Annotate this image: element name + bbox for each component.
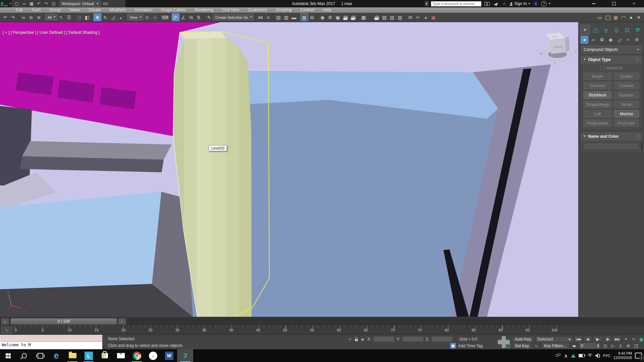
object-type-button[interactable]: Loft: [584, 110, 611, 117]
redo-small-icon[interactable]: ↷: [43, 1, 50, 7]
material-editor-icon[interactable]: ◉: [319, 13, 326, 21]
category-geometry[interactable]: ●: [581, 36, 588, 44]
category-systems[interactable]: ⚙: [633, 36, 641, 44]
category-cameras[interactable]: ◉: [607, 36, 614, 44]
tab-create[interactable]: +: [580, 25, 590, 35]
start-button[interactable]: [0, 349, 16, 362]
taskbar-file-explorer[interactable]: [64, 349, 80, 362]
viewport-label[interactable]: [ + ] [ Perspective ] [ User Defined ] […: [3, 30, 99, 35]
perspective-viewport[interactable]: TOP FRONT W E S y x [ + ] [ Perspective …: [0, 22, 578, 317]
volume-icon[interactable]: [595, 354, 600, 358]
shaded-sphere-icon[interactable]: ◕: [422, 13, 430, 21]
redo-icon[interactable]: ↷: [9, 13, 17, 21]
prev-frame-button[interactable]: ◀||: [584, 336, 592, 343]
state-recorder-icon[interactable]: ▣: [430, 13, 437, 21]
key-mode-toggle-icon[interactable]: ◀▶: [571, 343, 578, 349]
open-file-icon[interactable]: ▱: [21, 1, 28, 7]
select-object-icon[interactable]: ↖: [57, 13, 65, 21]
object-type-button[interactable]: Boolean: [614, 92, 639, 99]
schematic-view-icon[interactable]: ⊞: [308, 13, 316, 21]
unlink-selection-icon[interactable]: ⊘: [27, 13, 35, 21]
use-pivot-point-icon[interactable]: ⊙: [143, 13, 151, 21]
save-file-icon[interactable]: ▦: [28, 1, 35, 7]
a360-gallery-icon[interactable]: ▩: [360, 13, 368, 21]
x-coordinate-field[interactable]: [373, 336, 394, 342]
spinner-snap-icon[interactable]: ⇅: [195, 13, 203, 21]
object-type-button[interactable]: ProCutter: [614, 120, 639, 127]
zoom-icon[interactable]: ⌖: [623, 336, 630, 343]
render-setup-icon[interactable]: ⚙: [326, 13, 334, 21]
action-center-icon[interactable]: 2: [635, 353, 642, 359]
battery-icon[interactable]: [579, 354, 585, 357]
mirror-icon[interactable]: ⋈: [257, 13, 264, 21]
render-production-icon[interactable]: ☕: [342, 13, 350, 21]
tab-modify[interactable]: ◳: [590, 25, 600, 35]
select-by-name-icon[interactable]: ☰: [65, 13, 73, 21]
workspace-dropdown[interactable]: Workspace: Default: [60, 1, 101, 7]
taskbar-3dsmax[interactable]: 3: [177, 349, 193, 362]
y-coordinate-field[interactable]: [402, 336, 424, 342]
menu-item[interactable]: Help: [319, 7, 336, 13]
menu-item[interactable]: Customize: [244, 7, 272, 13]
current-frame-spinner[interactable]: 0: [579, 343, 600, 349]
select-and-link-icon[interactable]: ∞: [19, 13, 27, 21]
object-color-swatch[interactable]: [641, 142, 642, 150]
menu-item[interactable]: Scripting: [272, 7, 296, 13]
autodesk-exchange-icon[interactable]: X: [532, 1, 539, 7]
layer-manager-icon[interactable]: ▤: [275, 13, 282, 21]
walk-through-icon[interactable]: λ: [617, 343, 624, 349]
z-coordinate-field[interactable]: [431, 336, 453, 342]
app-menu-button[interactable]: 3 MAX: [0, 0, 11, 7]
goto-end-button[interactable]: ▶▶|: [613, 336, 621, 343]
search-expand-button[interactable]: [425, 1, 429, 6]
taskbar-store[interactable]: [97, 349, 113, 362]
taskbar-l-app[interactable]: L: [80, 349, 97, 362]
object-type-button[interactable]: ShapeMerge: [584, 101, 611, 108]
window-crossing-icon[interactable]: ◧: [83, 13, 91, 21]
curve-editor-icon[interactable]: ▦: [301, 13, 308, 21]
menu-item[interactable]: Civil View: [218, 7, 244, 13]
taskbar-edge[interactable]: e: [48, 349, 64, 362]
menu-item[interactable]: Animation: [130, 7, 157, 13]
selection-filter-dropdown[interactable]: All: [45, 13, 57, 21]
percent-snap-icon[interactable]: %: [187, 13, 195, 21]
add-time-tag[interactable]: ▣ Add Time Tag: [450, 343, 483, 349]
select-and-place-icon[interactable]: ◒: [117, 13, 124, 21]
sun-positioner-icon[interactable]: ☀: [635, 13, 643, 21]
zoom-all-icon[interactable]: ⌗: [630, 336, 637, 343]
set-key-button[interactable]: Set Key: [512, 343, 532, 349]
taskbar-chrome[interactable]: [129, 349, 145, 362]
project-folder-icon[interactable]: ◰: [50, 1, 57, 7]
category-lights[interactable]: ❂: [598, 36, 606, 44]
zoom-extents-icon[interactable]: ▣: [638, 336, 644, 343]
tab-hierarchy[interactable]: ╦: [601, 25, 611, 35]
prune-scene-icon[interactable]: ✂: [414, 13, 422, 21]
object-type-button[interactable]: Mesher: [614, 110, 639, 117]
keyboard-language[interactable]: РУС: [603, 354, 610, 358]
menu-item[interactable]: Views: [65, 7, 85, 13]
selection-set-dropdown[interactable]: Selected: [535, 336, 573, 343]
render-teapot-icon[interactable]: ☕: [373, 13, 381, 21]
macro-recorder-pane[interactable]: [1, 336, 102, 342]
selection-lock-icon[interactable]: [355, 339, 358, 341]
undo-icon[interactable]: ↶: [1, 13, 9, 21]
auto-key-button[interactable]: Auto Key: [512, 336, 534, 343]
reference-coordinate-dropdown[interactable]: View: [127, 13, 143, 21]
orbit-icon[interactable]: ⊚: [625, 343, 632, 349]
time-slider-handle[interactable]: 0 / 100: [10, 318, 117, 325]
annotation-icon[interactable]: ✉: [407, 13, 414, 21]
menu-item[interactable]: Edit: [11, 7, 27, 13]
object-type-button[interactable]: BlobMesh: [584, 92, 611, 99]
render-iterative-icon[interactable]: ☕: [350, 13, 357, 21]
taskbar-word[interactable]: W: [161, 349, 177, 362]
angle-snap-icon[interactable]: ∠: [179, 13, 187, 21]
light-sphere-icon[interactable]: ◍: [612, 13, 620, 21]
object-type-button[interactable]: Terrain: [614, 101, 639, 108]
viewcube-front-label[interactable]: FRONT: [554, 46, 563, 49]
fov-icon[interactable]: ▷: [609, 343, 616, 349]
next-frame-button[interactable]: ||▶: [604, 336, 612, 343]
autodesk-tray-icon[interactable]: [571, 354, 576, 358]
set-keys-big-button[interactable]: [496, 336, 511, 349]
communication-center-icon[interactable]: [492, 1, 499, 7]
object-type-button[interactable]: Connect: [614, 82, 639, 89]
